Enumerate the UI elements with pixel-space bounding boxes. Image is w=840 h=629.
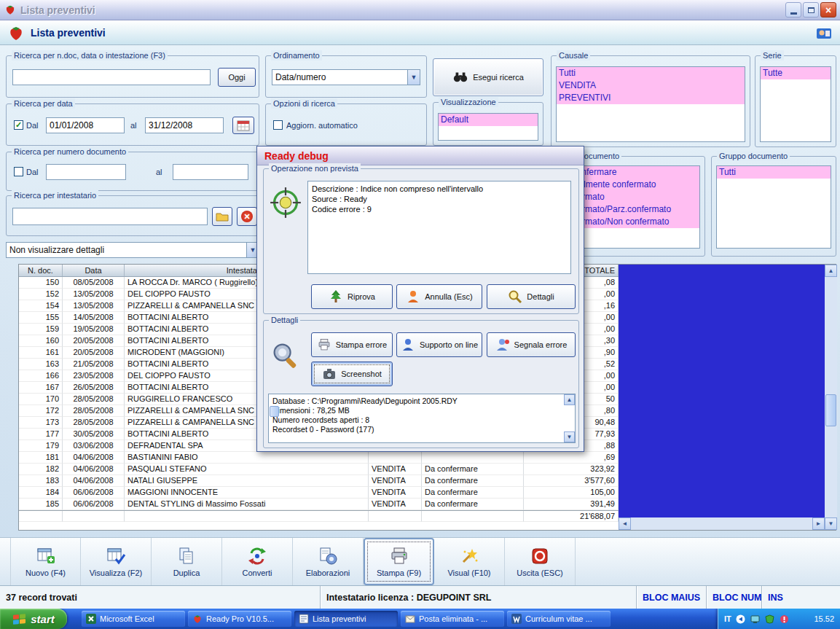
horizontal-scrollbar[interactable]: ◄ ►	[619, 517, 825, 530]
cell-ndoc: 166	[19, 370, 63, 382]
intestatario-clear-button[interactable]: ✕	[237, 207, 257, 226]
taskbar-item-lista-preventivi[interactable]: Lista preventivi	[294, 611, 398, 627]
exit-icon	[530, 546, 550, 566]
calendar-button[interactable]	[232, 117, 254, 134]
screenshot-button[interactable]: Screenshot	[311, 362, 393, 386]
vertical-scrollbar[interactable]: ▲ ▼	[825, 265, 837, 530]
gruppo-listbox[interactable]: Tutti	[716, 165, 831, 249]
grand-total-value: 21'688,07	[524, 511, 619, 522]
taskbar-item-curriculum[interactable]: Curriculum vitae ...	[507, 611, 611, 627]
list-item[interactable]: PREVENTIVI	[557, 92, 745, 104]
visualizzazione-listbox[interactable]: Default	[438, 113, 538, 141]
supporto-button[interactable]: Supporto on line	[396, 332, 482, 357]
camera-icon	[322, 367, 337, 381]
stampa-errore-button[interactable]: Stampa errore	[311, 332, 393, 357]
dettagli-combobox[interactable]: Non visualizzare dettagli ▼	[6, 242, 259, 258]
uscita-button[interactable]: Uscita (ESC)	[505, 538, 576, 585]
elaborazioni-button[interactable]: Elaborazioni	[293, 538, 364, 585]
ordinamento-combobox[interactable]: Data/numero ▼	[272, 69, 420, 85]
cell-totale: ,69	[524, 452, 619, 464]
cell-causale	[369, 452, 422, 464]
scroll-up-icon[interactable]: ▲	[825, 265, 837, 277]
cell-ndoc: 161	[19, 347, 63, 359]
list-item[interactable]: Tutti	[557, 67, 745, 79]
status-bar: 37 record trovati Intestatario licenza :…	[0, 585, 840, 609]
magnifier-icon	[508, 289, 522, 304]
scroll-down-icon[interactable]: ▼	[564, 431, 575, 442]
list-item[interactable]: Default	[439, 114, 538, 126]
annulla-button[interactable]: Annulla (Esc)	[396, 284, 482, 309]
close-button[interactable]: ×	[820, 2, 836, 17]
riprova-button[interactable]: Riprova	[311, 284, 393, 309]
restore-button[interactable]	[803, 2, 819, 17]
scroll-down-icon[interactable]: ▼	[825, 517, 837, 530]
header-utility-icon[interactable]	[815, 24, 833, 43]
scrollbar-thumb[interactable]	[270, 406, 279, 417]
table-empty-area	[619, 265, 825, 530]
oggi-button[interactable]: Oggi	[218, 68, 256, 87]
cell-ndoc: 163	[19, 359, 63, 370]
dettagli-button[interactable]: Dettagli	[487, 284, 576, 309]
converti-button[interactable]: Converti	[222, 538, 293, 585]
scrollbar-thumb[interactable]	[825, 394, 836, 426]
taskbar: start Microsoft Excel Ready Pro V10.5...…	[0, 609, 840, 629]
column-header-ndoc[interactable]: N. doc.	[19, 265, 63, 276]
tray-icon-display[interactable]	[750, 614, 761, 625]
taskbar-item-excel[interactable]: Microsoft Excel	[82, 611, 185, 627]
scroll-left-icon[interactable]: ◄	[619, 517, 631, 530]
causale-listbox[interactable]: TuttiVENDITAPREVENTIVI	[556, 66, 745, 142]
tray-icon-alert[interactable]	[779, 614, 790, 625]
numero-al-input[interactable]	[173, 164, 248, 180]
scroll-right-icon[interactable]: ►	[812, 517, 825, 530]
data-dal-input[interactable]	[46, 117, 125, 133]
magnifier-gear-icon	[270, 340, 302, 373]
taskbar-item-readypro[interactable]: Ready Pro V10.5...	[188, 611, 291, 627]
cell-intestatario: DENTAL STYLING di Massimo Fossati	[125, 499, 369, 510]
visual-button[interactable]: Visual (F10)	[434, 538, 505, 585]
windows-flag-icon	[12, 613, 27, 625]
cell-data: 14/05/2008	[63, 312, 125, 324]
visualizza-button[interactable]: Visualizza (F2)	[81, 538, 152, 585]
group-visualizzazione: Visualizzazione Default	[433, 102, 543, 146]
aggiorn-checkbox[interactable]	[273, 120, 283, 130]
ricerca-doc-input[interactable]	[12, 69, 211, 85]
nuovo-button[interactable]: Nuovo (F4)	[10, 538, 81, 585]
dal-checkbox[interactable]: ✓	[14, 120, 23, 130]
segnala-button[interactable]: Segnala errore	[487, 332, 576, 357]
tray-icon-circle[interactable]	[735, 614, 746, 625]
scroll-up-icon[interactable]: ▲	[564, 394, 575, 405]
list-item[interactable]: Tutti	[717, 166, 831, 179]
cell-stato: Da confermare	[422, 464, 524, 475]
list-item[interactable]: VENDITA	[557, 79, 745, 92]
taskbar-item-posta[interactable]: Posta eliminata - ...	[401, 611, 504, 627]
word-icon	[511, 614, 522, 624]
esegui-ricerca-button[interactable]: Esegui ricerca	[433, 58, 543, 96]
strawberry-icon	[192, 614, 203, 624]
intestatario-input[interactable]	[12, 208, 208, 225]
list-item[interactable]: Tutte	[761, 67, 831, 79]
intestatario-lookup-button[interactable]	[212, 207, 232, 226]
group-opzioni: Opzioni di ricerca Aggiorn. automatico	[265, 103, 427, 146]
app-strawberry-icon	[4, 4, 16, 17]
minimize-button[interactable]	[785, 2, 801, 17]
numero-dal-checkbox[interactable]	[14, 167, 23, 176]
data-al-input[interactable]	[145, 117, 224, 133]
numero-dal-input[interactable]	[46, 164, 126, 180]
retry-tree-icon	[329, 289, 343, 304]
chevron-down-icon[interactable]: ▼	[407, 70, 420, 85]
cell-ndoc: 159	[19, 324, 63, 335]
duplica-button[interactable]: Duplica	[152, 538, 222, 585]
column-header-data[interactable]: Data	[63, 265, 125, 276]
group-ricerca-data: Ricerca per data ✓ Dal al	[6, 103, 259, 146]
serie-listbox[interactable]: Tutte	[760, 66, 831, 142]
cell-data: 28/05/2008	[63, 405, 125, 417]
convert-arrows-icon	[247, 546, 267, 566]
language-indicator[interactable]: IT	[724, 614, 731, 623]
tray-icon-shield[interactable]	[764, 614, 775, 625]
cell-data: 28/05/2008	[63, 394, 125, 405]
bottom-toolbar: Nuovo (F4) Visualizza (F2) Duplica Conve…	[0, 537, 840, 585]
cell-data: 21/05/2008	[63, 359, 125, 370]
cell-ndoc: 172	[19, 405, 63, 417]
stampa-button[interactable]: Stampa (F9)	[364, 538, 434, 585]
start-button[interactable]: start	[0, 609, 67, 629]
